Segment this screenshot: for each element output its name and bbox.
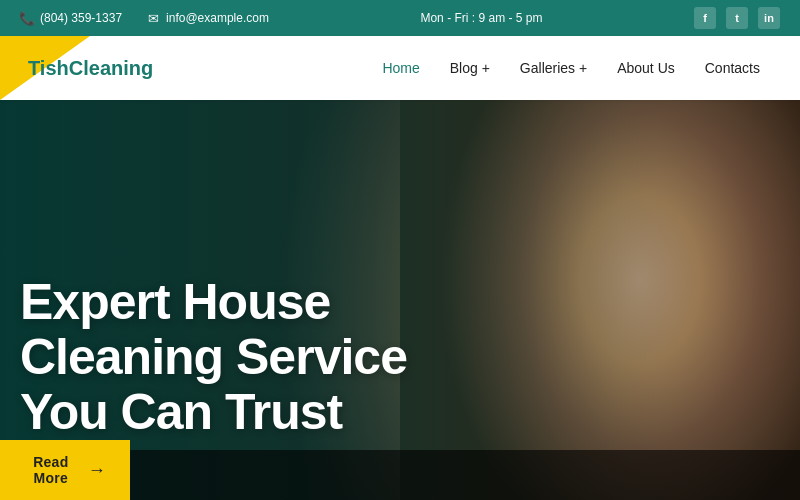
social-links: f t in (694, 7, 780, 29)
twitter-icon[interactable]: t (726, 7, 748, 29)
hours-item: Mon - Fri : 9 am - 5 pm (420, 11, 542, 25)
hero-bottom-bar: Read More → (0, 450, 800, 500)
top-bar-contact: 📞 (804) 359-1337 ✉ info@example.com (20, 11, 269, 25)
main-nav: Home Blog + Galleries + About Us Contact… (370, 52, 772, 84)
phone-item: 📞 (804) 359-1337 (20, 11, 122, 25)
arrow-right-icon: → (88, 460, 106, 481)
nav-about[interactable]: About Us (605, 52, 687, 84)
phone-number: (804) 359-1337 (40, 11, 122, 25)
site-header: TishCleaning Home Blog + Galleries + Abo… (0, 36, 800, 100)
read-more-button[interactable]: Read More → (0, 440, 130, 500)
instagram-icon[interactable]: in (758, 7, 780, 29)
phone-icon: 📞 (20, 11, 34, 25)
business-hours: Mon - Fri : 9 am - 5 pm (420, 11, 542, 25)
site-logo[interactable]: TishCleaning (28, 57, 153, 80)
email-address: info@example.com (166, 11, 269, 25)
nav-galleries[interactable]: Galleries + (508, 52, 599, 84)
nav-contacts[interactable]: Contacts (693, 52, 772, 84)
hero-section: Expert House Cleaning Service You Can Tr… (0, 100, 800, 500)
nav-home[interactable]: Home (370, 52, 431, 84)
email-item: ✉ info@example.com (146, 11, 269, 25)
hero-content: Expert House Cleaning Service You Can Tr… (20, 275, 407, 440)
nav-blog[interactable]: Blog + (438, 52, 502, 84)
facebook-icon[interactable]: f (694, 7, 716, 29)
top-bar: 📞 (804) 359-1337 ✉ info@example.com Mon … (0, 0, 800, 36)
email-icon: ✉ (146, 11, 160, 25)
hero-title: Expert House Cleaning Service You Can Tr… (20, 275, 407, 440)
